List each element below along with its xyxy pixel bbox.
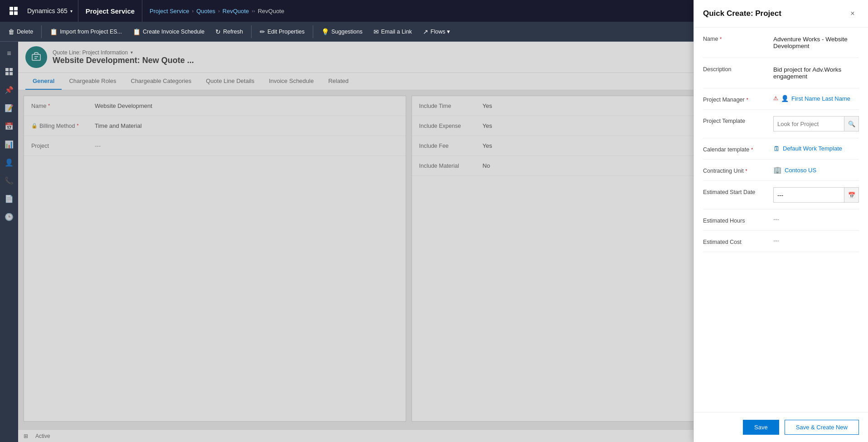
breadcrumb-sep-3: ››	[252, 8, 255, 14]
breadcrumb-sep-1: ›	[192, 8, 194, 14]
toolbar-separator-3	[313, 25, 313, 38]
project-template-search-button[interactable]: 🔍	[844, 117, 858, 131]
qc-contracting-unit-link[interactable]: 🏢 Contoso US	[773, 166, 859, 174]
qc-pm-required: *	[747, 97, 748, 102]
calendar-template-icon: 🗓	[773, 145, 780, 152]
qc-field-name: Name * Adventure Works - Website Develop…	[703, 28, 859, 58]
qc-field-contracting-unit-label: Contracting Unit *	[703, 166, 773, 174]
project-template-input[interactable]	[774, 118, 844, 130]
qc-field-estimated-start-date-value: 📅	[773, 187, 859, 203]
qc-field-contracting-unit-value: 🏢 Contoso US	[773, 166, 859, 174]
pm-person-icon: 👤	[781, 95, 789, 102]
suggestions-icon: 💡	[321, 28, 329, 35]
suggestions-label: Suggestions	[331, 29, 363, 35]
breadcrumb-item-1[interactable]: Project Service	[150, 8, 189, 15]
project-template-search-box: 🔍	[773, 116, 859, 131]
qc-field-estimated-hours-value: ---	[773, 216, 859, 223]
breadcrumb-sep-2: ›	[218, 8, 220, 14]
refresh-icon: ↻	[215, 28, 221, 35]
qc-description-text: Bid project for Adv.Works engagement	[773, 64, 859, 82]
qc-field-estimated-cost: Estimated Cost ---	[703, 231, 859, 252]
quick-create-close-button[interactable]: ×	[846, 7, 859, 20]
qc-field-project-template-value: 🔍	[773, 116, 859, 131]
quick-create-body: Name * Adventure Works - Website Develop…	[694, 28, 868, 412]
qc-field-description: Description Bid project for Adv.Works en…	[703, 58, 859, 88]
refresh-button[interactable]: ↻ Refresh	[211, 25, 247, 38]
svg-rect-6	[5, 72, 9, 75]
edit-properties-icon: ✏	[260, 28, 265, 35]
qc-field-project-template: Project Template 🔍	[703, 110, 859, 138]
sidebar-item-contacts[interactable]: 👤	[1, 154, 17, 170]
import-label: Import from Project ES...	[60, 29, 122, 35]
qc-field-estimated-hours-label: Estimated Hours	[703, 216, 773, 224]
dynamics365-chevron: ▾	[70, 9, 73, 14]
qc-field-estimated-cost-value: ---	[773, 237, 859, 244]
apps-icon[interactable]	[5, 3, 22, 19]
qc-name-text: Adventure Works - Website Development	[773, 34, 859, 51]
dynamics365-brand[interactable]: Dynamics 365 ▾	[22, 0, 78, 22]
save-create-new-button[interactable]: Save & Create New	[785, 420, 859, 435]
sidebar-item-pinned[interactable]: 📌	[1, 82, 17, 98]
toolbar-separator-2	[251, 25, 252, 38]
email-link-label: Email a Link	[381, 29, 412, 35]
pm-error-icon: ⚠	[773, 95, 778, 102]
quick-create-header: Quick Create: Project ×	[694, 0, 868, 28]
create-invoice-label: Create Invoice Schedule	[143, 29, 204, 35]
contracting-unit-icon: 🏢	[773, 166, 782, 174]
start-date-calendar-button[interactable]: 📅	[844, 188, 858, 202]
breadcrumb-item-4[interactable]: RevQuote	[258, 8, 285, 15]
delete-icon: 🗑	[8, 28, 15, 35]
svg-rect-5	[10, 68, 13, 71]
svg-rect-7	[10, 72, 13, 75]
qc-field-contracting-unit: Contracting Unit * 🏢 Contoso US	[703, 160, 859, 181]
qc-calendar-template-link[interactable]: 🗓 Default Work Template	[773, 145, 859, 152]
breadcrumb: Project Service › Quotes › RevQuote ›› R…	[142, 8, 291, 15]
sidebar: ≡ 📌 📝 📅 📊 👤 📞 📄 🕒	[0, 42, 18, 442]
breadcrumb-item-2[interactable]: Quotes	[196, 8, 215, 15]
edit-properties-label: Edit Properties	[267, 29, 305, 35]
svg-rect-4	[5, 68, 9, 71]
qc-cu-required: *	[746, 169, 747, 174]
contracting-unit-text: Contoso US	[785, 167, 816, 174]
qc-name-required: *	[720, 37, 722, 42]
qc-pm-link[interactable]: First Name Last Name	[791, 95, 850, 102]
breadcrumb-item-3[interactable]: RevQuote	[223, 8, 249, 15]
save-button[interactable]: Save	[743, 420, 779, 435]
flows-label: Flows ▾	[431, 28, 450, 35]
sidebar-item-docs[interactable]: 📄	[1, 190, 17, 207]
qc-field-estimated-start-date: Estimated Start Date 📅	[703, 181, 859, 209]
edit-properties-button[interactable]: ✏ Edit Properties	[255, 25, 309, 38]
import-button[interactable]: 📋 Import from Project ES...	[45, 25, 126, 38]
email-link-button[interactable]: ✉ Email a Link	[369, 25, 417, 38]
qc-field-estimated-hours: Estimated Hours ---	[703, 209, 859, 231]
quick-create-panel: Quick Create: Project × Name * Adventure…	[693, 0, 868, 442]
create-invoice-button[interactable]: 📋 Create Invoice Schedule	[128, 25, 209, 38]
dynamics365-label: Dynamics 365	[27, 7, 68, 15]
svg-rect-1	[14, 7, 18, 10]
qc-field-name-value: Adventure Works - Website Development	[773, 34, 859, 51]
email-link-icon: ✉	[373, 28, 379, 35]
import-icon: 📋	[50, 28, 58, 35]
sidebar-item-notes[interactable]: 📝	[1, 100, 17, 116]
delete-label: Delete	[17, 29, 33, 35]
estimated-hours-text: ---	[773, 216, 779, 223]
sidebar-item-dashboard[interactable]	[1, 63, 17, 80]
sidebar-item-calls[interactable]: 📞	[1, 172, 17, 189]
sidebar-item-home[interactable]: ≡	[1, 45, 17, 62]
flows-button[interactable]: ↗ Flows ▾	[418, 25, 455, 38]
flows-icon: ↗	[423, 28, 428, 35]
qc-field-description-label: Description	[703, 64, 773, 73]
svg-rect-2	[10, 11, 13, 15]
quick-create-footer: Save Save & Create New	[694, 412, 868, 442]
quick-create-title: Quick Create: Project	[703, 9, 781, 18]
suggestions-button[interactable]: 💡 Suggestions	[317, 25, 367, 38]
start-date-input[interactable]	[774, 189, 844, 201]
sidebar-item-history[interactable]: 🕒	[1, 209, 17, 225]
sidebar-item-reports[interactable]: 📊	[1, 136, 17, 152]
delete-button[interactable]: 🗑 Delete	[4, 25, 38, 38]
svg-rect-0	[10, 7, 13, 10]
qc-field-project-manager-label: Project Manager *	[703, 95, 773, 103]
sidebar-item-calendar[interactable]: 📅	[1, 118, 17, 134]
qc-field-estimated-cost-label: Estimated Cost	[703, 237, 773, 245]
qc-field-calendar-template: Calendar template * 🗓 Default Work Templ…	[703, 138, 859, 160]
